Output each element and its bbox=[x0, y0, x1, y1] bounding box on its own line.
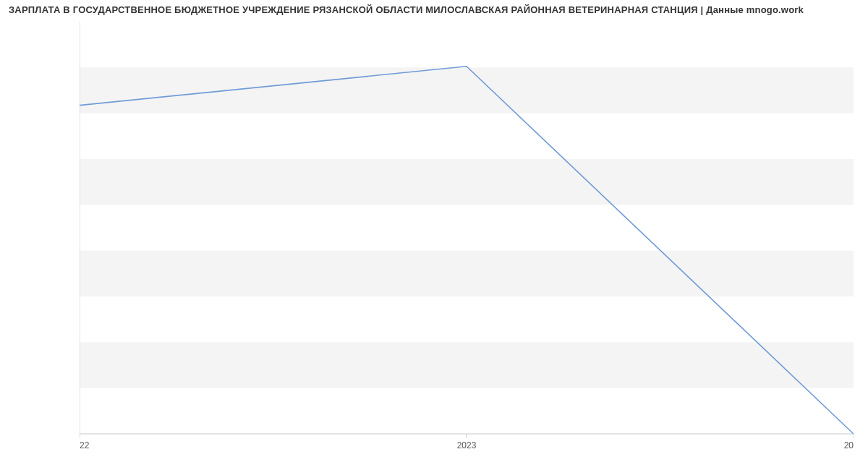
chart-container: ЗАРПЛАТА В ГОСУДАРСТВЕННОЕ БЮДЖЕТНОЕ УЧР… bbox=[0, 0, 868, 470]
chart-title: ЗАРПЛАТА В ГОСУДАРСТВЕННОЕ БЮДЖЕТНОЕ УЧР… bbox=[9, 4, 804, 15]
chart-svg: 2000400060008000100001200014000160001800… bbox=[80, 22, 854, 456]
x-tick-label: 2023 bbox=[457, 440, 477, 450]
plot-area: 2000400060008000100001200014000160001800… bbox=[80, 22, 854, 434]
svg-rect-1 bbox=[80, 251, 854, 296]
x-tick-label: 2024 bbox=[844, 440, 854, 450]
svg-rect-3 bbox=[80, 67, 854, 113]
x-tick-label: 2022 bbox=[80, 440, 90, 450]
svg-rect-2 bbox=[80, 159, 854, 205]
svg-rect-0 bbox=[80, 342, 854, 388]
